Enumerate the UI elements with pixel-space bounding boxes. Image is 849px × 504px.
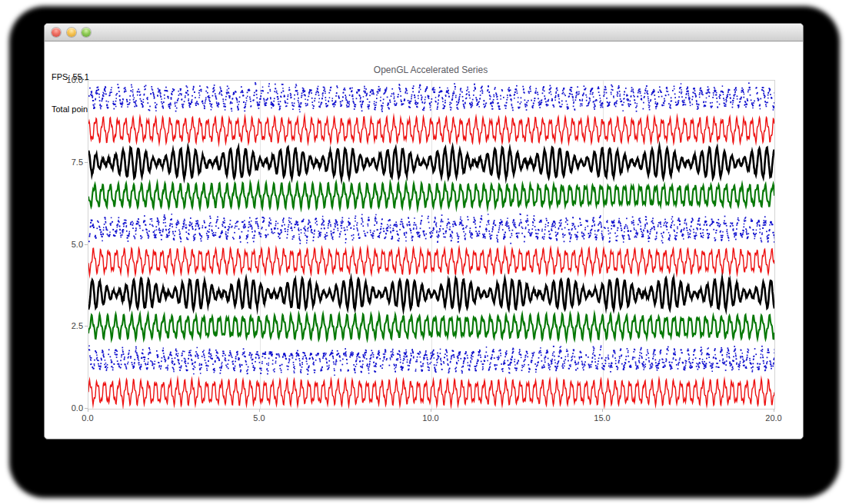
x-tick-mark bbox=[774, 409, 774, 412]
x-tick-label: 10.0 bbox=[414, 413, 448, 423]
chart-canvas bbox=[88, 81, 774, 409]
plot-area bbox=[88, 80, 775, 410]
chart-title: OpenGL Accelerated Series bbox=[88, 65, 774, 75]
y-tick-mark bbox=[85, 162, 88, 163]
title-bar[interactable] bbox=[45, 24, 803, 41]
x-tick-label: 0.0 bbox=[71, 413, 105, 423]
y-tick-label: 5.0 bbox=[52, 240, 83, 250]
x-tick-mark bbox=[88, 409, 88, 412]
y-tick-mark bbox=[85, 326, 88, 327]
y-tick-label: 2.5 bbox=[52, 321, 83, 331]
x-tick-label: 15.0 bbox=[585, 413, 619, 423]
zoom-button[interactable] bbox=[82, 28, 91, 37]
app-window: FPS: 55.1 Total point count: 100000 Open… bbox=[44, 23, 804, 439]
y-tick-mark bbox=[85, 80, 88, 81]
y-tick-mark bbox=[85, 408, 88, 409]
plot-clip bbox=[88, 81, 774, 409]
minimize-button[interactable] bbox=[67, 28, 76, 37]
x-tick-mark bbox=[602, 409, 603, 412]
x-tick-mark bbox=[259, 409, 260, 412]
y-tick-label: 7.5 bbox=[52, 158, 83, 167]
x-tick-label: 20.0 bbox=[757, 413, 791, 423]
x-tick-label: 5.0 bbox=[242, 413, 276, 423]
y-tick-mark bbox=[85, 244, 88, 245]
close-button[interactable] bbox=[52, 28, 61, 37]
y-tick-label: 0.0 bbox=[52, 403, 83, 413]
x-tick-mark bbox=[431, 409, 431, 412]
y-tick-label: 10.0 bbox=[52, 75, 83, 85]
